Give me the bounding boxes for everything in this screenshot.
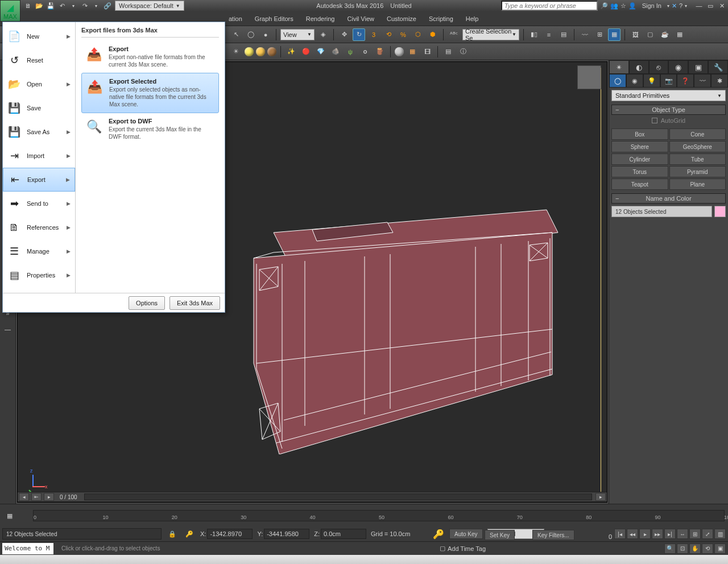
prim-cone[interactable]: Cone — [669, 128, 726, 140]
fx-icon[interactable]: ✨ — [285, 45, 297, 58]
curve-editor-icon[interactable]: 〰 — [578, 28, 591, 41]
coord-x[interactable]: -1342.8970 — [207, 529, 253, 539]
light-icon[interactable]: ☀ — [230, 45, 242, 58]
quick-render-icon[interactable]: ▦ — [673, 28, 686, 41]
scroll-right-icon[interactable]: ▸ — [44, 493, 54, 501]
menu-item[interactable]: Civil View — [346, 13, 375, 24]
workspace-selector[interactable]: Workspace: Default ▼ — [115, 1, 184, 11]
primitive-type-dropdown[interactable]: Standard Primitives ▼ — [611, 90, 726, 101]
search-icon[interactable]: 🔎 — [600, 2, 608, 10]
info-icon[interactable]: ⓘ — [457, 45, 469, 58]
options-button[interactable]: Options — [129, 296, 165, 310]
menu-item[interactable]: Graph Editors — [254, 13, 295, 24]
film-icon[interactable]: 🎞 — [421, 45, 433, 58]
lock-icon[interactable]: 🔒 — [166, 528, 179, 540]
exit-button[interactable]: Exit 3ds Max — [169, 296, 220, 310]
scroll-end-icon[interactable]: ▸ — [595, 493, 606, 501]
tab-motion[interactable]: ◉ — [668, 60, 688, 74]
redo-drop-icon[interactable]: ▾ — [91, 1, 101, 11]
maximize-icon[interactable]: ▭ — [705, 1, 715, 10]
help-icon[interactable]: ? — [679, 2, 682, 9]
rollout-name-color[interactable]: −Name and Color — [611, 193, 726, 204]
prim-geosphere[interactable]: GeoSphere — [669, 141, 726, 152]
comm-center-icon[interactable]: 👥 — [610, 2, 618, 10]
key-icon[interactable]: 🔑 — [183, 528, 196, 540]
appmenu-item-send-to[interactable]: ➡Send to▶ — [3, 192, 75, 215]
current-frame[interactable]: 0 — [609, 533, 637, 540]
tab-display[interactable]: ▣ — [688, 60, 708, 74]
appmenu-item-import[interactable]: ⇥Import▶ — [3, 144, 75, 168]
zoom-icon[interactable]: 🔍 — [664, 544, 676, 554]
appmenu-item-save-as[interactable]: 💾Save As▶ — [3, 120, 75, 144]
mirror-icon[interactable]: ▮▯ — [528, 28, 540, 41]
play-icon[interactable]: ▸ — [639, 529, 651, 539]
viewcube[interactable] — [577, 65, 601, 89]
minimize-icon[interactable]: — — [694, 1, 704, 10]
tab-utilities[interactable]: 🔧 — [708, 60, 728, 74]
key-filters-button[interactable]: Key Filters... — [532, 530, 574, 540]
auto-key-button[interactable]: Auto Key — [449, 529, 483, 539]
nav3-icon[interactable]: ⤢ — [702, 529, 713, 539]
select-icon[interactable]: ↖ — [230, 28, 242, 41]
grid-icon[interactable]: ▦ — [406, 45, 419, 58]
lasso-icon[interactable]: ◯ — [245, 28, 257, 41]
appmenu-item-reset[interactable]: ↺Reset — [3, 48, 75, 72]
tab-hierarchy[interactable]: ⎋ — [649, 60, 669, 74]
nav2-icon[interactable]: ⊞ — [689, 529, 701, 539]
autogrid-check[interactable]: AutoGrid — [609, 115, 728, 126]
align-icon[interactable]: ≡ — [543, 28, 555, 41]
coord-z[interactable]: 0.0cm — [321, 529, 366, 539]
subtab-lights[interactable]: 💡 — [643, 74, 660, 88]
chevron-down-icon[interactable]: ▾ — [685, 3, 687, 9]
named-sel-icon[interactable]: ᴬᴮᶜ — [448, 28, 460, 41]
nav4-icon[interactable]: ▥ — [714, 529, 726, 539]
list-icon[interactable]: ▤ — [442, 45, 454, 58]
prim-plane[interactable]: Plane — [669, 179, 726, 190]
scale-icon[interactable]: 3 — [367, 28, 380, 41]
grass-icon[interactable]: ψ — [344, 45, 357, 58]
undo-drop-icon[interactable]: ▾ — [68, 1, 78, 11]
snap-other-icon[interactable]: ⬢ — [427, 28, 439, 41]
light-yellow-icon[interactable] — [245, 47, 254, 56]
prim-tube[interactable]: Tube — [669, 154, 726, 165]
prim-cylinder[interactable]: Cylinder — [611, 154, 668, 165]
light-brown-icon[interactable] — [267, 47, 276, 56]
appmenu-item-properties[interactable]: ▤Properties▶ — [3, 263, 75, 287]
pan-icon[interactable]: ✋ — [689, 544, 701, 554]
signin-button[interactable]: Sign In — [639, 2, 665, 9]
scroll-inner-left-icon[interactable]: ⇤ — [31, 493, 42, 501]
menu-item[interactable]: ation — [228, 13, 243, 24]
nav1-icon[interactable]: ↔ — [677, 529, 688, 539]
move-icon[interactable]: ✥ — [338, 28, 350, 41]
prim-box[interactable]: Box — [611, 128, 668, 140]
menu-item[interactable]: Help — [465, 13, 480, 24]
appmenu-item-references[interactable]: 🗎References▶ — [3, 215, 75, 239]
open-file-icon[interactable]: 📂 — [34, 1, 44, 11]
maxscript-mini[interactable]: Welcome to M — [2, 543, 53, 554]
snap-percent-icon[interactable]: % — [397, 28, 410, 41]
prim-teapot[interactable]: Teapot — [611, 179, 668, 190]
pin-icon[interactable]: — — [2, 323, 14, 335]
next-frame-icon[interactable]: ▸▸ — [652, 529, 663, 539]
rotate-icon[interactable]: ↻ — [353, 28, 365, 41]
rollout-object-type[interactable]: −Object Type — [611, 105, 726, 115]
subtab-spacewarps[interactable]: 〰 — [694, 74, 711, 88]
appmenu-item-manage[interactable]: ☰Manage▶ — [3, 239, 75, 263]
material-editor-icon[interactable]: ▦ — [608, 28, 621, 41]
max-toggle-icon[interactable]: ▣ — [714, 544, 726, 554]
schematic-icon[interactable]: ⊞ — [593, 28, 606, 41]
export-option-export-selected[interactable]: 📤Export SelectedExport only selected obj… — [81, 73, 219, 113]
render-icon[interactable]: ☕ — [659, 28, 671, 41]
subtab-cameras[interactable]: 📷 — [660, 74, 677, 88]
goto-end-icon[interactable]: ▸| — [664, 529, 676, 539]
key-big-icon[interactable]: 🔑 — [432, 528, 445, 540]
link-icon[interactable]: 🔗 — [102, 1, 113, 11]
timeline-ruler[interactable]: 0102030405060708090100 — [33, 510, 725, 521]
subtab-helpers[interactable]: ❓ — [677, 74, 694, 88]
render-setup-icon[interactable]: 🖼 — [629, 28, 642, 41]
orbit-icon[interactable]: ⟲ — [702, 544, 713, 554]
time-tag-button[interactable]: ▢Add Time Tag — [436, 545, 489, 552]
set-key-button[interactable]: Set Key — [485, 530, 515, 540]
zoom-all-icon[interactable]: ⊡ — [677, 544, 688, 554]
appmenu-item-open[interactable]: 📂Open▶ — [3, 72, 75, 96]
